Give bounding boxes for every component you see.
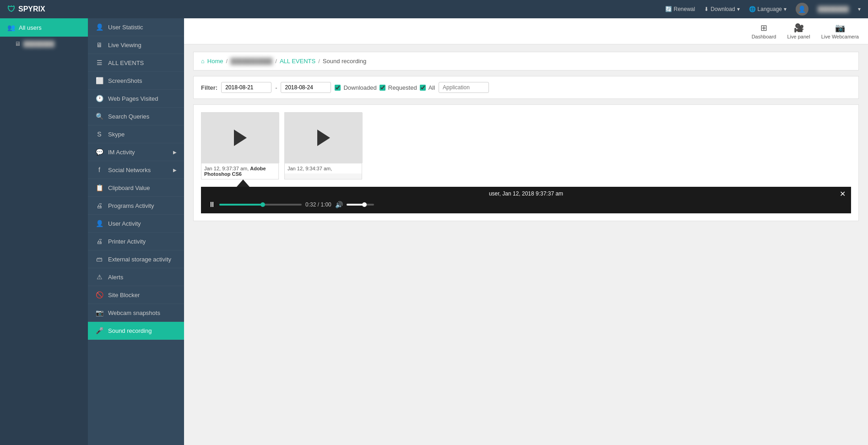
volume-icon: 🔊 bbox=[335, 201, 343, 208]
nav-icon-3: ⬜ bbox=[95, 77, 103, 84]
breadcrumb-all-events[interactable]: ALL EVENTS bbox=[280, 58, 315, 65]
user-chevron-icon: ▾ bbox=[858, 6, 861, 12]
breadcrumb-sep2: / bbox=[275, 58, 277, 65]
nav-icon-11: 👤 bbox=[95, 220, 103, 227]
nav-icon-12: 🖨 bbox=[95, 238, 103, 245]
media-item-0[interactable]: Jan 12, 9:37:37 am, Adobe Photoshop CS6 bbox=[201, 112, 279, 179]
all-users-item[interactable]: 👥 All users bbox=[0, 18, 88, 37]
language-button[interactable]: 🌐 Language ▾ bbox=[749, 6, 787, 12]
filter-checkboxes: Downloaded Requested All bbox=[335, 84, 435, 91]
date-separator: - bbox=[275, 84, 277, 91]
nav-icon-10: 🖨 bbox=[95, 202, 103, 209]
date-from-input[interactable] bbox=[221, 82, 271, 93]
avatar[interactable]: 👤 bbox=[796, 3, 808, 16]
player-controls: ⏸ 0:32 / 1:00 🔊 bbox=[208, 201, 374, 209]
thumb-app-0: Adobe Photoshop CS6 bbox=[204, 166, 266, 177]
users-icon: 👥 bbox=[7, 24, 15, 31]
media-item-1[interactable]: Jan 12, 9:34:37 am, bbox=[284, 112, 362, 179]
nav-icon-5: 🔍 bbox=[95, 113, 103, 120]
breadcrumb-current: Sound recording bbox=[323, 58, 366, 65]
live-panel-button[interactable]: 🎥 Live panel bbox=[787, 23, 810, 39]
progress-handle[interactable] bbox=[260, 202, 265, 207]
volume-bar[interactable] bbox=[347, 204, 374, 206]
nav-item-sound-recording[interactable]: 🎤 Sound recording bbox=[88, 322, 184, 340]
renewal-icon: 🔄 bbox=[665, 6, 672, 12]
nav-item-skype[interactable]: S Skype bbox=[88, 125, 184, 143]
nav-item-live-viewing[interactable]: 🖥 Live Viewing bbox=[88, 36, 184, 54]
date-to-input[interactable] bbox=[281, 82, 331, 93]
nav-item-all-events[interactable]: ☰ ALL EVENTS bbox=[88, 54, 184, 72]
progress-bar[interactable] bbox=[219, 204, 302, 206]
downloaded-label: Downloaded bbox=[343, 84, 376, 91]
nav-label-5: Search Queries bbox=[108, 113, 149, 120]
nav-item-programs-activity[interactable]: 🖨 Programs Activity bbox=[88, 197, 184, 215]
renewal-label: Renewal bbox=[674, 6, 695, 12]
username-blurred: ████████ bbox=[23, 41, 54, 47]
live-webcamera-button[interactable]: 📷 Live Webcamera bbox=[821, 23, 859, 39]
breadcrumb-home[interactable]: Home bbox=[207, 58, 223, 65]
nav-item-user-activity[interactable]: 👤 User Activity bbox=[88, 215, 184, 233]
nav-label-1: Live Viewing bbox=[108, 42, 141, 49]
dashboard-label: Dashboard bbox=[752, 34, 776, 39]
current-time: 0:32 bbox=[305, 201, 316, 208]
player-close-button[interactable]: ✕ bbox=[840, 190, 846, 198]
nav-item-im-activity[interactable]: 💬 IM Activity ▶ bbox=[88, 143, 184, 161]
nav-item-clipboard-value[interactable]: 📋 Clipboard Value bbox=[88, 179, 184, 197]
nav-item-screenshots[interactable]: ⬜ ScreenShots bbox=[88, 72, 184, 90]
nav-label-3: ScreenShots bbox=[108, 77, 142, 84]
play-button-1[interactable] bbox=[317, 130, 330, 146]
nav-label-15: Site Blocker bbox=[108, 292, 140, 298]
breadcrumb-sep3: / bbox=[318, 58, 320, 65]
thumb-area-1[interactable] bbox=[285, 113, 363, 163]
nav-arrow-icon-7: ▶ bbox=[173, 150, 177, 155]
nav-item-web-pages-visited[interactable]: 🕐 Web Pages Visited bbox=[88, 90, 184, 108]
nav-item-alerts[interactable]: ⚠ Alerts bbox=[88, 268, 184, 286]
nav-label-4: Web Pages Visited bbox=[108, 95, 158, 102]
pause-button[interactable]: ⏸ bbox=[208, 201, 216, 209]
application-input[interactable] bbox=[439, 82, 489, 93]
live-panel-icon: 🎥 bbox=[794, 23, 804, 33]
renewal-button[interactable]: 🔄 Renewal bbox=[665, 6, 695, 12]
topbar: 🛡 SPYRIX 🔄 Renewal ⬇ Download ▾ 🌐 Langua… bbox=[0, 0, 868, 18]
filter-label: Filter: bbox=[201, 84, 217, 91]
arrow-up-icon bbox=[237, 179, 250, 187]
language-label: Language bbox=[758, 6, 782, 12]
nav-icon-13: 🗃 bbox=[95, 255, 103, 263]
filter-bar: Filter: - Downloaded Requested All bbox=[193, 76, 859, 99]
nav-item-webcam-snapshots[interactable]: 📷 Webcam snapshots bbox=[88, 304, 184, 322]
nav-label-16: Webcam snapshots bbox=[108, 309, 160, 316]
downloaded-checkbox[interactable] bbox=[335, 85, 341, 91]
nav-icon-9: 📋 bbox=[95, 184, 103, 191]
dashboard-button[interactable]: ⊞ Dashboard bbox=[752, 23, 776, 39]
nav-icon-16: 📷 bbox=[95, 309, 103, 316]
play-button-0[interactable] bbox=[234, 130, 247, 146]
content-area: ⊞ Dashboard 🎥 Live panel 📷 Live Webcamer… bbox=[184, 18, 868, 445]
nav-item-social-networks[interactable]: f Social Networks ▶ bbox=[88, 161, 184, 179]
nav-item-external-storage-activity[interactable]: 🗃 External storage activity bbox=[88, 250, 184, 268]
user-sub-item[interactable]: 🖥 ████████ bbox=[0, 37, 88, 51]
nav-item-printer-activity[interactable]: 🖨 Printer Activity bbox=[88, 233, 184, 250]
dashboard-icon: ⊞ bbox=[760, 23, 767, 33]
content-body: ⌂ Home / ██████████ / ALL EVENTS / Sound… bbox=[184, 44, 868, 445]
nav-item-search-queries[interactable]: 🔍 Search Queries bbox=[88, 108, 184, 125]
download-button[interactable]: ⬇ Download ▾ bbox=[704, 6, 739, 12]
sidebar-nav: 👤 User Statistic 🖥 Live Viewing ☰ ALL EV… bbox=[88, 18, 184, 445]
nav-icon-1: 🖥 bbox=[95, 41, 103, 49]
thumb-label-0: Jan 12, 9:37:37 am, Adobe Photoshop CS6 bbox=[201, 163, 278, 179]
nav-icon-15: 🚫 bbox=[95, 291, 103, 298]
requested-checkbox[interactable] bbox=[380, 85, 385, 91]
total-time: 1:00 bbox=[320, 201, 331, 208]
volume-handle[interactable] bbox=[362, 202, 367, 207]
nav-item-user-statistic[interactable]: 👤 User Statistic bbox=[88, 18, 184, 36]
all-users-label: All users bbox=[19, 24, 42, 31]
nav-icon-2: ☰ bbox=[95, 59, 103, 66]
nav-label-9: Clipboard Value bbox=[108, 185, 150, 191]
progress-fill bbox=[219, 204, 263, 206]
nav-item-site-blocker[interactable]: 🚫 Site Blocker bbox=[88, 286, 184, 304]
nav-icon-7: 💬 bbox=[95, 148, 103, 156]
language-chevron-icon: ▾ bbox=[784, 6, 787, 12]
all-checkbox[interactable] bbox=[420, 85, 426, 91]
thumb-area-0[interactable] bbox=[201, 113, 279, 163]
live-panel-label: Live panel bbox=[787, 34, 810, 39]
nav-label-14: Alerts bbox=[108, 274, 123, 281]
